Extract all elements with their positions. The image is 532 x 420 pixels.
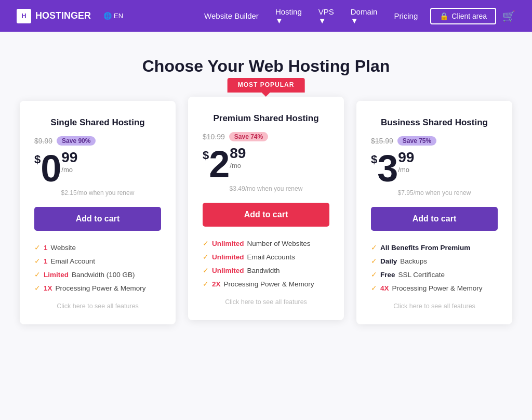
plan-title: Premium Shared Hosting	[203, 113, 329, 124]
features-list: ✓ 1 Website ✓ 1 Email Account ✓ Limited …	[34, 243, 161, 292]
plan-card-premium: MOST POPULAR Premium Shared Hosting $10.…	[188, 97, 344, 320]
check-icon: ✓	[203, 253, 209, 261]
price-display: $ 3 99 /mo	[371, 150, 498, 187]
check-icon: ✓	[34, 284, 41, 292]
feature-item: ✓ 1 Email Account	[34, 257, 161, 265]
chevron-down-icon: ▼	[310, 16, 342, 25]
save-badge: Save 75%	[397, 136, 436, 146]
see-all-features-link[interactable]: Click here to see all features	[34, 303, 161, 310]
save-badge: Save 74%	[229, 132, 268, 141]
check-icon: ✓	[371, 270, 377, 279]
plan-title: Single Shared Hosting	[34, 117, 161, 128]
pricing-cards: Single Shared Hosting $9.99 Save 90% $ 0…	[12, 101, 520, 324]
feature-item: ✓ Limited Bandwidth (100 GB)	[34, 270, 161, 279]
add-to-cart-button[interactable]: Add to cart	[371, 207, 498, 231]
price-integer: 0	[41, 150, 61, 187]
check-icon: ✓	[203, 239, 209, 247]
save-badge: Save 90%	[57, 136, 96, 146]
lock-icon: 🔒	[440, 12, 448, 20]
price-cents: 99	[398, 150, 414, 166]
logo-icon: H	[17, 9, 31, 23]
check-icon: ✓	[34, 270, 41, 279]
original-price: $9.99	[34, 137, 52, 145]
language-selector[interactable]: 🌐 EN	[103, 12, 123, 20]
price-dollar-sign: $	[203, 149, 209, 162]
feature-item: ✓ Free SSL Certificate	[371, 270, 498, 279]
most-popular-badge: MOST POPULAR	[228, 78, 305, 93]
logo-text: HOSTINGER	[35, 10, 91, 21]
price-row: $10.99 Save 74%	[203, 132, 329, 141]
nav-item-website-builder[interactable]: Website Builder	[196, 11, 267, 20]
feature-item: ✓ 2X Processing Power & Memory	[203, 280, 329, 288]
price-display: $ 2 89 /mo	[203, 146, 329, 183]
plan-card-single: Single Shared Hosting $9.99 Save 90% $ 0…	[20, 101, 176, 324]
plan-card-business: Business Shared Hosting $15.99 Save 75% …	[356, 101, 512, 324]
plan-title: Business Shared Hosting	[371, 117, 498, 128]
price-integer: 2	[209, 146, 230, 183]
price-integer: 3	[377, 150, 398, 187]
check-icon: ✓	[203, 280, 209, 288]
original-price: $10.99	[203, 133, 225, 141]
feature-item: ✓ 4X Processing Power & Memory	[371, 284, 498, 292]
cart-icon[interactable]: 🛒	[502, 10, 515, 22]
feature-item: ✓ 1 Website	[34, 243, 161, 252]
chevron-down-icon: ▼	[342, 16, 386, 25]
feature-item: ✓ All Benefits From Premium	[371, 243, 498, 252]
price-cents: 89	[230, 146, 246, 162]
add-to-cart-button[interactable]: Add to cart	[203, 203, 329, 227]
price-cents: 99	[61, 150, 77, 166]
feature-item: ✓ 1X Processing Power & Memory	[34, 284, 161, 292]
main-content: Choose Your Web Hosting Plan Single Shar…	[0, 32, 532, 420]
see-all-features-link[interactable]: Click here to see all features	[203, 298, 329, 306]
price-dollar-sign: $	[371, 153, 377, 166]
price-row: $9.99 Save 90%	[34, 136, 161, 146]
nav-item-hosting[interactable]: Hosting ▼	[267, 7, 310, 25]
add-to-cart-button[interactable]: Add to cart	[34, 207, 161, 231]
price-per-month: /mo	[61, 166, 77, 174]
check-icon: ✓	[371, 243, 377, 252]
lang-label: EN	[114, 12, 123, 20]
price-dollar-sign: $	[34, 153, 41, 166]
chevron-down-icon: ▼	[267, 16, 310, 25]
price-display: $ 0 99 /mo	[34, 150, 161, 187]
nav-item-domain[interactable]: Domain ▼	[342, 7, 386, 25]
check-icon: ✓	[371, 257, 377, 265]
renew-price: $3.49/mo when you renew	[203, 185, 329, 192]
nav-item-vps[interactable]: VPS ▼	[310, 7, 342, 25]
check-icon: ✓	[371, 284, 377, 292]
client-area-button[interactable]: 🔒 Client area	[430, 8, 496, 24]
original-price: $15.99	[371, 137, 393, 145]
check-icon: ✓	[34, 257, 41, 265]
see-all-features-link[interactable]: Click here to see all features	[371, 303, 498, 310]
renew-price: $2.15/mo when you renew	[34, 189, 161, 196]
price-row: $15.99 Save 75%	[371, 136, 498, 146]
feature-item: ✓ Daily Backups	[371, 257, 498, 265]
features-list: ✓ Unlimited Number of Websites ✓ Unlimit…	[203, 239, 329, 288]
feature-item: ✓ Unlimited Email Accounts	[203, 253, 329, 261]
feature-item: ✓ Unlimited Number of Websites	[203, 239, 329, 247]
renew-price: $7.95/mo when you renew	[371, 189, 498, 196]
feature-item: ✓ Unlimited Bandwidth	[203, 266, 329, 274]
features-list: ✓ All Benefits From Premium ✓ Daily Back…	[371, 243, 498, 292]
globe-icon: 🌐	[103, 12, 112, 20]
price-per-month: /mo	[398, 166, 414, 174]
nav-item-pricing[interactable]: Pricing	[385, 11, 426, 20]
check-icon: ✓	[34, 243, 41, 252]
navbar: H HOSTINGER 🌐 EN Website Builder Hosting…	[0, 0, 532, 32]
logo[interactable]: H HOSTINGER	[17, 9, 91, 23]
nav-links: Website Builder Hosting ▼ VPS ▼ Domain ▼…	[196, 7, 426, 25]
price-per-month: /mo	[230, 162, 246, 170]
page-title: Choose Your Web Hosting Plan	[12, 57, 520, 76]
check-icon: ✓	[203, 266, 209, 274]
